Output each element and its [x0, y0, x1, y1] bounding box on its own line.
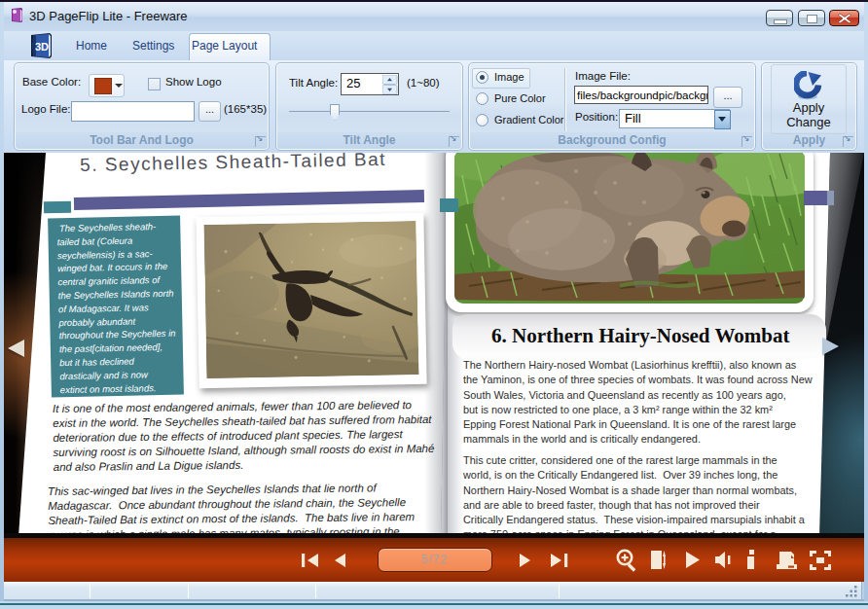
svg-text:3D: 3D: [35, 41, 49, 53]
